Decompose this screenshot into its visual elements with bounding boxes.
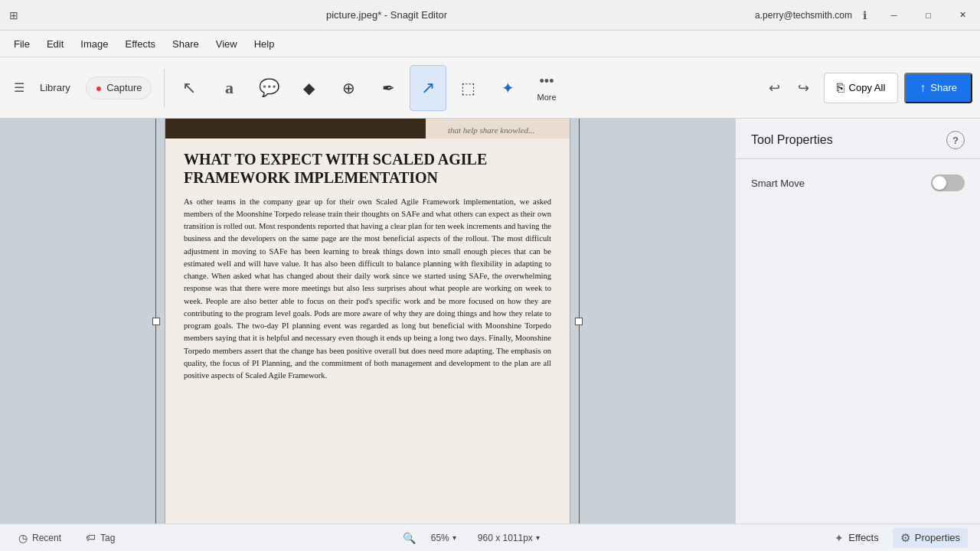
share-label: Share [930, 82, 957, 93]
zoom-control[interactable]: 65% ▾ [425, 530, 462, 546]
toggle-thumb [933, 176, 946, 190]
select-tool-icon: ↗ [421, 78, 435, 98]
menu-share[interactable]: Share [165, 35, 207, 53]
library-section: ☰ Library ● Capture [8, 77, 158, 99]
image-container: that help share knowled... WHAT TO EXPEC… [165, 119, 570, 523]
menubar: File Edit Image Effects Share View Help [0, 31, 980, 57]
article-header: that help share knowled... [165, 119, 570, 139]
effects-button[interactable]: ✦ Effects [827, 529, 887, 547]
library-button[interactable]: Library [31, 77, 80, 98]
magic-tool-icon: ✦ [501, 79, 514, 97]
copy-all-label: Copy All [849, 82, 886, 93]
handle-middle-right[interactable] [575, 318, 583, 325]
toolbar: ☰ Library ● Capture ↖ a 💬 ◆ ⊕ ✒ ↗ ⬚ ✦ ••… [0, 57, 980, 119]
effects-icon: ✦ [835, 532, 844, 544]
capture-dot-icon: ● [96, 82, 102, 94]
capture-label: Capture [106, 82, 142, 93]
status-center: 🔍 65% ▾ 960 x 1011px ▾ [121, 530, 827, 546]
menu-help[interactable]: Help [247, 35, 283, 53]
dims-dropdown-icon: ▾ [536, 533, 540, 542]
smart-move-row: Smart Move [751, 174, 965, 191]
tool-pen[interactable]: ✒ [370, 65, 407, 111]
smart-move-toggle[interactable] [931, 174, 965, 191]
menu-effects[interactable]: Effects [118, 35, 164, 53]
right-panel: Tool Properties ? Smart Move [735, 119, 980, 523]
redo-button[interactable]: ↪ [790, 74, 818, 102]
statusbar: ◷ Recent 🏷 Tag 🔍 65% ▾ 960 x 1011px ▾ ✦ … [0, 523, 980, 551]
status-left: ◷ Recent 🏷 Tag [12, 529, 121, 547]
zoom-value: 65% [431, 533, 449, 543]
tag-icon: 🏷 [86, 532, 96, 543]
info-icon[interactable]: ℹ [858, 9, 871, 21]
handle-middle-left[interactable] [152, 318, 160, 325]
tool-marquee[interactable]: ⬚ [449, 65, 486, 111]
titlebar: ⊞ picture.jpeg* - Snagit Editor a.perry@… [0, 0, 980, 31]
minimize-button[interactable]: ─ [877, 4, 911, 27]
undo-redo-group: ↩ ↪ [761, 74, 818, 102]
copy-all-button[interactable]: ⎘ Copy All [824, 73, 899, 103]
marquee-tool-icon: ⬚ [461, 79, 475, 97]
dimensions-value: 960 x 1011px [478, 533, 533, 543]
article-dark-bar [165, 119, 426, 139]
properties-icon: ⚙ [900, 531, 910, 545]
menu-file[interactable]: File [6, 35, 38, 53]
panel-title: Tool Properties [751, 133, 833, 147]
divider-1 [164, 69, 165, 107]
document-image: that help share knowled... WHAT TO EXPEC… [165, 119, 570, 523]
tag-label: Tag [100, 533, 115, 543]
share-icon: ↑ [920, 81, 926, 95]
tool-stamp[interactable]: ⊕ [330, 65, 367, 111]
maximize-button[interactable]: □ [911, 4, 946, 27]
tool-magic[interactable]: ✦ [489, 65, 526, 111]
tool-text[interactable]: a [211, 65, 247, 111]
article-title: WHAT TO EXPECT WITH SCALED AGILE FRAMEWO… [184, 150, 551, 187]
pen-tool-icon: ✒ [382, 79, 395, 97]
arrow-tool-icon: ↖ [182, 78, 196, 98]
account-label[interactable]: a.perry@techsmith.com [755, 10, 852, 21]
canvas-area[interactable]: that help share knowled... WHAT TO EXPEC… [0, 119, 735, 523]
panel-content: Smart Move [736, 159, 980, 523]
main-content: that help share knowled... WHAT TO EXPEC… [0, 119, 980, 523]
effects-label: Effects [848, 532, 879, 543]
recent-label: Recent [32, 533, 61, 543]
more-button[interactable]: ••• More [529, 65, 564, 111]
stamp-tool-icon: ⊕ [342, 79, 355, 97]
panel-header: Tool Properties ? [736, 119, 980, 159]
recent-icon: ◷ [18, 532, 28, 544]
help-button[interactable]: ? [946, 131, 965, 149]
close-button[interactable]: ✕ [946, 4, 980, 27]
recent-button[interactable]: ◷ Recent [12, 529, 67, 547]
hamburger-icon[interactable]: ☰ [14, 80, 24, 95]
menu-image[interactable]: Image [73, 35, 116, 53]
properties-label: Properties [915, 532, 960, 543]
tool-arrow[interactable]: ↖ [171, 65, 207, 111]
share-button[interactable]: ↑ Share [904, 73, 972, 103]
tool-fill[interactable]: ◆ [290, 65, 327, 111]
fill-tool-icon: ◆ [303, 79, 315, 97]
menu-view[interactable]: View [208, 35, 245, 53]
properties-button[interactable]: ⚙ Properties [893, 528, 968, 548]
article-body: As other teams in the company gear up fo… [184, 196, 551, 383]
dimensions-control[interactable]: 960 x 1011px ▾ [472, 530, 546, 546]
tag-button[interactable]: 🏷 Tag [80, 529, 121, 546]
tool-callout[interactable]: 💬 [250, 65, 287, 111]
more-label: More [537, 93, 556, 102]
menu-edit[interactable]: Edit [39, 35, 71, 53]
capture-button[interactable]: ● Capture [86, 77, 152, 99]
copy-all-icon: ⎘ [837, 81, 844, 95]
article-header-text: that help share knowled... [448, 126, 534, 135]
app-menu-icon: ⊞ [9, 9, 18, 21]
window-controls: ─ □ ✕ [877, 4, 980, 27]
titlebar-left: ⊞ [9, 9, 18, 21]
zoom-dropdown-icon: ▾ [452, 533, 456, 542]
undo-button[interactable]: ↩ [761, 74, 789, 102]
library-label: Library [40, 82, 70, 93]
toolbar-actions: ↩ ↪ ⎘ Copy All ↑ Share [761, 73, 972, 103]
more-dots-icon: ••• [540, 73, 554, 90]
titlebar-right: a.perry@techsmith.com ℹ ─ □ ✕ [755, 4, 971, 27]
window-title: picture.jpeg* - Snagit Editor [326, 9, 447, 21]
search-icon: 🔍 [403, 532, 416, 544]
smart-move-label: Smart Move [751, 178, 805, 189]
tool-select[interactable]: ↗ [410, 65, 446, 111]
callout-tool-icon: 💬 [259, 78, 279, 98]
